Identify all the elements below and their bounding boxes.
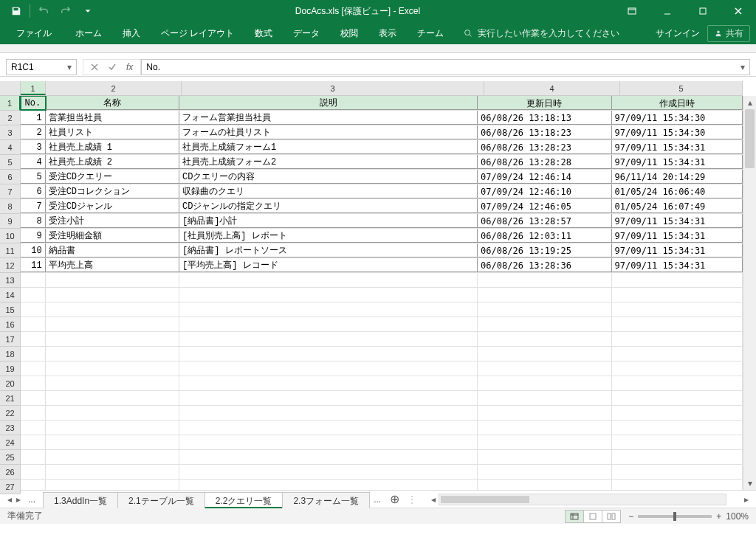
cell[interactable]: [社員別売上高] レポート: [179, 229, 478, 243]
cancel-formula-button[interactable]: [86, 60, 103, 75]
cell[interactable]: 社員売上成績フォーム1: [179, 140, 478, 154]
cell[interactable]: 06/08/26 13:19:25: [478, 243, 611, 257]
cell[interactable]: [612, 362, 743, 376]
cell[interactable]: 4: [21, 155, 46, 169]
cell[interactable]: [46, 302, 179, 317]
cell[interactable]: 97/09/11 15:34:30: [612, 125, 743, 139]
tab-view[interactable]: 表示: [368, 22, 407, 44]
cell[interactable]: [612, 347, 743, 361]
cell[interactable]: [21, 317, 46, 331]
cell[interactable]: 9: [21, 229, 46, 243]
column-header[interactable]: 1: [21, 81, 46, 95]
row-header[interactable]: 8: [0, 199, 21, 214]
cell[interactable]: [612, 288, 743, 302]
scroll-down-button[interactable]: ▾: [743, 477, 756, 490]
cell[interactable]: 11: [21, 258, 46, 272]
cell[interactable]: 06/08/26 12:03:11: [478, 229, 611, 243]
cell[interactable]: CDジャンルの指定クエリ: [179, 199, 478, 213]
row-header[interactable]: 6: [0, 170, 21, 184]
vertical-scrollbar[interactable]: ▴ ▾: [743, 96, 756, 490]
page-break-view-button[interactable]: [602, 510, 621, 523]
sheet-tab-active[interactable]: 2.2クエリ一覧: [205, 492, 284, 508]
tab-formulas[interactable]: 数式: [244, 22, 283, 44]
cell[interactable]: [478, 332, 611, 346]
cell[interactable]: 97/09/11 15:34:31: [612, 229, 743, 243]
row-header[interactable]: 1: [0, 96, 21, 111]
close-button[interactable]: [724, 1, 753, 21]
row-header[interactable]: 4: [0, 140, 21, 155]
row-header[interactable]: 19: [0, 362, 21, 376]
cell[interactable]: 07/09/24 12:46:10: [478, 184, 611, 198]
cell[interactable]: [612, 273, 743, 287]
row-header[interactable]: 27: [0, 480, 21, 494]
tab-insert[interactable]: 挿入: [112, 22, 151, 44]
cell[interactable]: 1: [21, 111, 46, 125]
cell[interactable]: [46, 332, 179, 346]
row-header[interactable]: 13: [0, 273, 21, 288]
cell[interactable]: [46, 406, 179, 420]
cell[interactable]: [21, 406, 46, 420]
sheet-overflow-right[interactable]: ...: [369, 494, 385, 505]
cell[interactable]: 社員売上成績 1: [46, 140, 179, 154]
tab-file[interactable]: ファイル: [6, 22, 62, 44]
cell[interactable]: [46, 376, 179, 390]
cell[interactable]: 営業担当社員: [46, 111, 179, 125]
cell[interactable]: [46, 362, 179, 376]
row-header[interactable]: 9: [0, 214, 21, 229]
cell[interactable]: No.: [21, 96, 46, 110]
cell[interactable]: 10: [21, 243, 46, 257]
cell[interactable]: [478, 302, 611, 317]
tab-data[interactable]: データ: [283, 22, 330, 44]
cell[interactable]: 06/08/26 13:18:23: [478, 125, 611, 139]
row-header[interactable]: 23: [0, 421, 21, 435]
cell[interactable]: 6: [21, 184, 46, 198]
cell[interactable]: 7: [21, 199, 46, 213]
cell[interactable]: CDクエリーの内容: [179, 170, 478, 184]
cell[interactable]: フォームの社員リスト: [179, 125, 478, 139]
cell[interactable]: [179, 421, 478, 435]
cell[interactable]: [179, 302, 478, 317]
cell[interactable]: [612, 317, 743, 331]
cell[interactable]: [612, 435, 743, 449]
cell[interactable]: [46, 421, 179, 435]
row-header[interactable]: 20: [0, 376, 21, 391]
zoom-out-button[interactable]: −: [628, 511, 633, 522]
cell[interactable]: [179, 435, 478, 449]
maximize-button[interactable]: [688, 1, 718, 21]
cell[interactable]: [478, 317, 611, 331]
sheet-tab[interactable]: 2.1テーブル一覧: [117, 492, 205, 508]
row-header[interactable]: 15: [0, 302, 21, 317]
cell[interactable]: [46, 288, 179, 302]
cell[interactable]: フォーム営業担当社員: [179, 111, 478, 125]
cell[interactable]: [179, 332, 478, 346]
cell[interactable]: [21, 450, 46, 464]
cell[interactable]: 06/08/26 13:28:36: [478, 258, 611, 272]
tab-home[interactable]: ホーム: [65, 22, 112, 44]
cell[interactable]: [478, 465, 611, 479]
ribbon-display-button[interactable]: [617, 1, 647, 21]
cell[interactable]: [612, 332, 743, 346]
column-header[interactable]: 5: [620, 81, 743, 95]
cell[interactable]: 受注CDジャンル: [46, 199, 179, 213]
cell[interactable]: [612, 465, 743, 479]
cell[interactable]: [179, 376, 478, 390]
select-all-button[interactable]: [0, 81, 21, 96]
cell[interactable]: 社員リスト: [46, 125, 179, 139]
row-header[interactable]: 18: [0, 347, 21, 362]
cell[interactable]: 07/09/24 12:46:05: [478, 199, 611, 213]
row-header[interactable]: 24: [0, 435, 21, 450]
row-header[interactable]: 11: [0, 243, 21, 258]
cell[interactable]: [46, 391, 179, 405]
cell[interactable]: 97/09/11 15:34:31: [612, 140, 743, 154]
cell[interactable]: [478, 421, 611, 435]
cell[interactable]: 07/09/24 12:46:14: [478, 170, 611, 184]
row-header[interactable]: 22: [0, 406, 21, 421]
sign-in-link[interactable]: サインイン: [656, 27, 700, 40]
cell[interactable]: [478, 273, 611, 287]
page-layout-view-button[interactable]: [583, 510, 602, 523]
cell[interactable]: 3: [21, 140, 46, 154]
row-header[interactable]: 7: [0, 184, 21, 199]
cell[interactable]: [478, 391, 611, 405]
row-header[interactable]: 16: [0, 317, 21, 332]
row-header[interactable]: 14: [0, 288, 21, 302]
